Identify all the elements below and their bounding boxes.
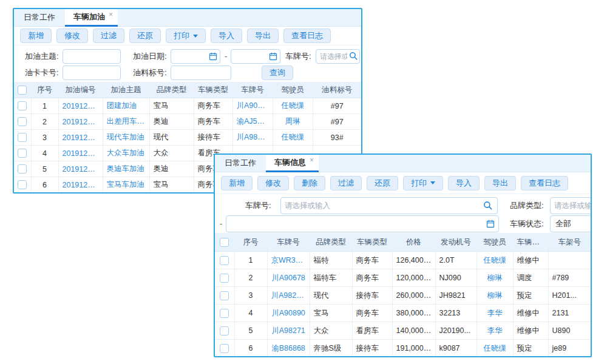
cell-link[interactable]: 2019120006 — [58, 146, 103, 161]
row-checkbox[interactable] — [18, 180, 27, 189]
calendar-icon[interactable] — [209, 52, 217, 61]
vehicle-status-label: 车辆状态: — [510, 215, 544, 232]
cell-link[interactable]: 柳琳 — [476, 287, 513, 305]
close-icon[interactable]: × — [310, 157, 314, 164]
cell-link[interactable]: 2019120004 — [58, 177, 103, 193]
tab-daily-work[interactable]: 日常工作 — [14, 9, 65, 26]
filter-button[interactable]: 过滤 — [93, 29, 124, 43]
filter-button[interactable]: 过滤 — [330, 176, 362, 190]
vehicle-brand-input[interactable] — [550, 197, 592, 214]
tab-vehicle-info[interactable]: 车辆信息 × — [266, 155, 319, 172]
table-cell: 福特 — [310, 252, 352, 269]
view-log-button[interactable]: 查看日志 — [521, 176, 568, 190]
cell-link[interactable]: 团建加油 — [103, 98, 149, 114]
button-label: 导入 — [456, 178, 472, 189]
column-header: 油料标号 — [313, 82, 361, 98]
row-checkbox[interactable] — [220, 309, 229, 318]
cell-link[interactable]: 渝AJ59484 — [232, 114, 273, 130]
tab-label: 车辆信息 — [274, 157, 306, 168]
row-checkbox[interactable] — [18, 149, 27, 158]
edit-button[interactable]: 修改 — [257, 176, 289, 190]
cell-link[interactable]: 任晓缫 — [476, 340, 513, 357]
calendar-icon[interactable] — [269, 52, 277, 61]
row-checkbox[interactable] — [220, 256, 229, 265]
cell-link[interactable]: 川A90890 — [267, 305, 310, 322]
cell-link[interactable]: 2019120007 — [58, 130, 103, 146]
print-button[interactable]: 打印 — [403, 176, 443, 190]
view-log-button[interactable]: 查看日志 — [283, 29, 331, 43]
table-cell: 宝马 — [310, 305, 352, 322]
table-cell: 4 — [31, 146, 58, 161]
row-checkbox[interactable] — [220, 326, 229, 335]
cell-link[interactable]: 宝马车加油 — [103, 177, 149, 193]
import-button[interactable]: 导入 — [211, 29, 242, 43]
cell-link[interactable]: 川A982780 — [232, 130, 273, 146]
cell-link[interactable]: 2019120008 — [58, 114, 103, 130]
refuel-grade-input[interactable] — [171, 66, 231, 80]
cell-link[interactable]: 奥迪车加油 — [103, 161, 149, 177]
column-header: 序号 — [31, 82, 58, 98]
cell-link[interactable]: 渝B86868 — [267, 340, 310, 357]
cell-link[interactable]: 川A90678 — [267, 269, 310, 287]
select-all-checkbox[interactable] — [220, 238, 229, 247]
vehicle-status-select[interactable]: 全部 — [550, 215, 592, 232]
add-button[interactable]: 新增 — [221, 176, 253, 190]
table-cell: 3 — [234, 287, 267, 305]
vehicle-date-input[interactable] — [226, 215, 499, 232]
cell-link[interactable]: 任晓缫 — [273, 130, 313, 146]
restore-button[interactable]: 还原 — [129, 29, 161, 43]
cell-link[interactable]: 任晓缫 — [476, 252, 513, 269]
cell-link[interactable]: 京WR392v — [267, 252, 310, 269]
cell-link[interactable]: 2019120005 — [58, 161, 103, 177]
cell-link[interactable]: 李华 — [476, 322, 513, 340]
import-button[interactable]: 导入 — [448, 176, 480, 190]
table-cell: 3 — [31, 130, 58, 146]
row-checkbox[interactable] — [18, 133, 27, 142]
vehicle-plate-label: 车牌号: — [245, 197, 271, 214]
table-cell: #789 — [548, 269, 591, 287]
row-checkbox[interactable] — [220, 274, 229, 283]
close-icon[interactable]: × — [109, 11, 113, 18]
cell-link[interactable]: 柳琳 — [476, 269, 513, 287]
cell-link[interactable]: 现代车加油 — [103, 130, 149, 146]
table-cell: 接待车 — [352, 287, 392, 305]
tab-daily-work[interactable]: 日常工作 — [215, 155, 266, 172]
cell-link[interactable]: 周琳 — [273, 114, 313, 130]
tab-label: 日常工作 — [24, 12, 55, 23]
search-icon[interactable] — [349, 52, 358, 61]
tab-vehicle-refuel[interactable]: 车辆加油 × — [65, 9, 118, 27]
cell-link[interactable]: 大众车加油 — [103, 146, 149, 161]
row-checkbox[interactable] — [220, 291, 229, 300]
table-cell: JH9821 — [435, 287, 476, 305]
refuel-card-input[interactable] — [63, 66, 121, 80]
cell-link[interactable]: 李华 — [476, 305, 513, 322]
edit-button[interactable]: 修改 — [56, 29, 88, 43]
cell-link[interactable]: 川A982780 — [267, 287, 310, 305]
query-button[interactable]: 查询 — [262, 66, 293, 80]
search-icon[interactable] — [483, 201, 493, 211]
cell-link[interactable]: 任晓缫 — [273, 98, 313, 114]
vehicle-plate-input[interactable] — [280, 197, 498, 214]
row-checkbox[interactable] — [18, 101, 27, 110]
delete-button[interactable]: 删除 — [294, 176, 325, 190]
add-button[interactable]: 新增 — [20, 29, 52, 43]
column-header: 品牌类型 — [149, 82, 194, 98]
export-button[interactable]: 导出 — [247, 29, 279, 43]
tab-label: 日常工作 — [225, 158, 256, 169]
row-checkbox[interactable] — [18, 117, 27, 126]
export-button[interactable]: 导出 — [484, 176, 516, 190]
cell-link[interactable]: 2019120009 — [58, 98, 103, 114]
row-checkbox[interactable] — [18, 164, 27, 174]
cell-link[interactable]: 川A90890 — [232, 98, 273, 114]
select-all-checkbox[interactable] — [18, 86, 27, 95]
calendar-icon[interactable] — [486, 220, 495, 228]
column-header: 价格 — [392, 234, 435, 252]
cell-link[interactable]: 川A98271 — [267, 322, 310, 340]
restore-button[interactable]: 还原 — [367, 176, 398, 190]
print-button[interactable]: 打印 — [166, 29, 206, 43]
row-checkbox[interactable] — [220, 344, 229, 353]
button-label: 修改 — [265, 178, 281, 189]
cell-link[interactable]: 出差用车加油 — [103, 114, 149, 130]
refuel-subject-input[interactable] — [63, 49, 121, 64]
column-header: 加油主题 — [103, 82, 149, 98]
